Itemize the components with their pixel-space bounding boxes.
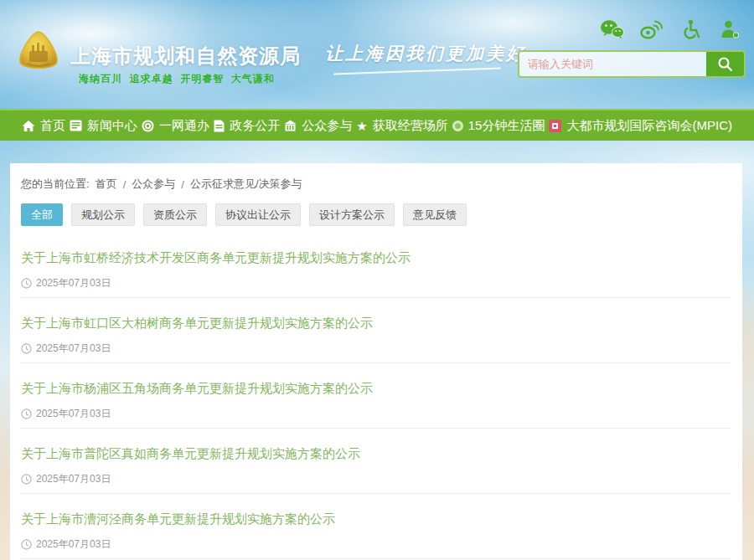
breadcrumb-current[interactable]: 公示征求意见/决策参与 — [190, 177, 302, 192]
nav-label: 获取经营场所 — [373, 110, 448, 141]
city-spirit-slogan: 海纳百川 追求卓越 开明睿智 大气谦和 — [79, 72, 275, 86]
tab-qualification-notice[interactable]: 资质公示 — [143, 203, 207, 226]
script-slogan-underline — [333, 68, 501, 75]
nav-label: 政务公开 — [230, 110, 280, 141]
list-item: 关于上海市普陀区真如商务单元更新提升规划实施方案的公示 2025年07月03日 — [21, 429, 731, 494]
nav-label: 首页 — [40, 110, 65, 141]
weibo-icon[interactable] — [638, 18, 664, 40]
search-input[interactable] — [519, 52, 706, 76]
list-item: 关于上海市杨浦区五角场商务单元更新提升规划实施方案的公示 2025年07月03日 — [21, 363, 731, 429]
nav-item-service[interactable]: 一网通办 — [142, 110, 209, 141]
notice-date: 2025年07月03日 — [36, 537, 111, 552]
breadcrumb-home[interactable]: 首页 — [96, 177, 117, 192]
clock-icon — [21, 408, 32, 419]
bureau-logo[interactable] — [13, 28, 64, 79]
nav-item-news[interactable]: 新闻中心 — [70, 110, 137, 141]
nav-label: 15分钟生活圈 — [468, 110, 545, 141]
search-button[interactable] — [706, 52, 744, 76]
nav-item-gov-info[interactable]: 政务公开 — [214, 110, 280, 141]
news-icon — [70, 120, 82, 131]
notice-meta: 2025年07月03日 — [21, 342, 731, 356]
breadcrumb: 您的当前位置: 首页 / 公众参与 / 公示征求意见/决策参与 — [21, 177, 731, 192]
notice-date: 2025年07月03日 — [36, 342, 111, 356]
notice-meta: 2025年07月03日 — [21, 472, 731, 486]
quick-links — [599, 18, 742, 40]
accessibility-icon[interactable] — [678, 18, 703, 40]
tab-feedback[interactable]: 意见反馈 — [403, 203, 467, 226]
script-slogan: 让上海因我们更加美好 — [325, 42, 526, 65]
nav-item-business-location[interactable]: ★ 获取经营场所 — [356, 110, 447, 141]
main-nav: 首页 新闻中心 一网通办 政务公开 — [0, 109, 754, 141]
mpic-badge-icon — [549, 120, 561, 132]
clock-icon — [21, 278, 32, 289]
filter-tabs: 全部 规划公示 资质公示 协议出让公示 设计方案公示 意见反馈 — [21, 203, 731, 226]
nav-item-home[interactable]: 首页 — [22, 110, 65, 141]
clock-icon — [21, 539, 32, 550]
star-icon: ★ — [356, 120, 367, 132]
nav-item-participation[interactable]: 公众参与 — [284, 110, 352, 141]
notice-list: 关于上海市虹桥经济技术开发区商务单元更新提升规划实施方案的公示 2025年07月… — [21, 233, 731, 559]
home-icon — [22, 120, 35, 132]
breadcrumb-separator: / — [181, 178, 184, 191]
breadcrumb-participation[interactable]: 公众参与 — [132, 177, 175, 192]
notice-meta: 2025年07月03日 — [21, 537, 731, 552]
site-title: 上海市规划和自然资源局 — [70, 43, 301, 69]
notice-date: 2025年07月03日 — [36, 276, 111, 290]
user-icon[interactable] — [717, 18, 742, 40]
notice-title[interactable]: 关于上海市漕河泾商务单元更新提升规划实施方案的公示 — [21, 511, 335, 527]
notice-title[interactable]: 关于上海市普陀区真如商务单元更新提升规划实施方案的公示 — [21, 445, 360, 462]
tab-design-scheme[interactable]: 设计方案公示 — [309, 203, 395, 226]
tab-planning-notice[interactable]: 规划公示 — [71, 203, 135, 226]
header-banner: 上海市规划和自然资源局 海纳百川 追求卓越 开明睿智 大气谦和 让上海因我们更加… — [0, 0, 754, 109]
nav-label: 新闻中心 — [87, 110, 137, 141]
breadcrumb-separator: / — [123, 178, 127, 191]
list-item: 关于上海市漕河泾商务单元更新提升规划实施方案的公示 2025年07月03日 — [21, 494, 731, 559]
clock-icon — [21, 343, 32, 354]
notice-title[interactable]: 关于上海市杨浦区五角场商务单元更新提升规划实施方案的公示 — [21, 380, 373, 397]
service-icon — [142, 120, 154, 132]
notice-date: 2025年07月03日 — [36, 407, 111, 421]
notice-meta: 2025年07月03日 — [21, 276, 731, 290]
search-bar — [518, 50, 746, 78]
notice-title[interactable]: 关于上海市虹桥经济技术开发区商务单元更新提升规划实施方案的公示 — [21, 249, 411, 266]
nav-label: 大都市规划国际咨询会(MPIC) — [566, 110, 732, 141]
wechat-icon[interactable] — [599, 18, 624, 40]
document-icon — [214, 120, 225, 132]
nav-label: 一网通办 — [159, 110, 209, 141]
notice-date: 2025年07月03日 — [36, 472, 111, 486]
notice-title[interactable]: 关于上海市虹口区大柏树商务单元更新提升规划实施方案的公示 — [21, 315, 373, 331]
search-icon — [717, 56, 733, 72]
building-icon — [284, 120, 297, 131]
ring-icon — [452, 121, 463, 131]
breadcrumb-prefix: 您的当前位置: — [21, 177, 90, 192]
content-card: 您的当前位置: 首页 / 公众参与 / 公示征求意见/决策参与 全部 规划公示 … — [10, 163, 742, 560]
nav-item-15min-circle[interactable]: 15分钟生活圈 — [452, 110, 545, 141]
nav-label: 公众参与 — [302, 110, 352, 141]
nav-item-mpic[interactable]: 大都市规划国际咨询会(MPIC) — [549, 110, 732, 141]
notice-meta: 2025年07月03日 — [21, 407, 731, 421]
list-item: 关于上海市虹桥经济技术开发区商务单元更新提升规划实施方案的公示 2025年07月… — [21, 233, 731, 298]
tab-agreement-transfer[interactable]: 协议出让公示 — [215, 203, 301, 226]
clock-icon — [21, 474, 32, 485]
tab-all[interactable]: 全部 — [21, 203, 63, 226]
list-item: 关于上海市虹口区大柏树商务单元更新提升规划实施方案的公示 2025年07月03日 — [21, 298, 731, 363]
